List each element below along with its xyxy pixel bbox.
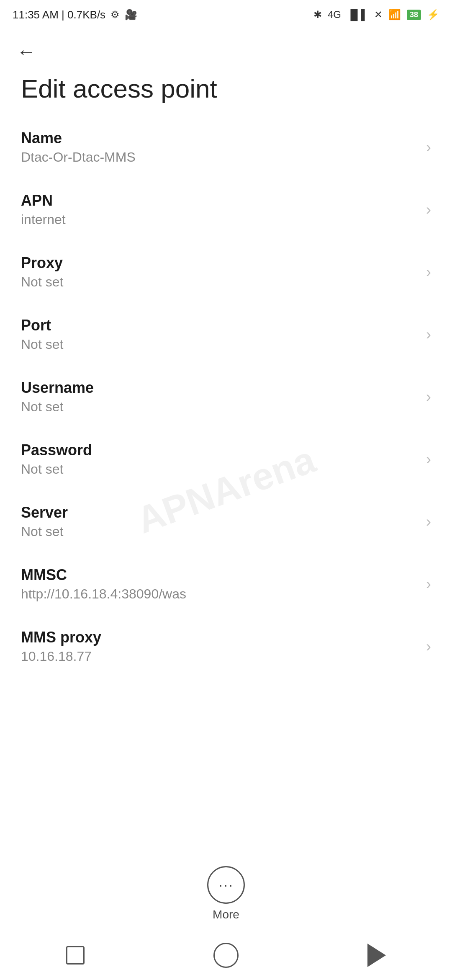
item-text: Proxy Not set <box>21 254 63 290</box>
chevron-right-icon: › <box>426 388 431 406</box>
item-label: Server <box>21 504 68 521</box>
item-value: Not set <box>21 399 94 415</box>
item-value: Not set <box>21 462 92 477</box>
signal-bars-icon: ▐▌▌ <box>347 9 368 21</box>
settings-item[interactable]: Proxy Not set › <box>0 241 452 303</box>
item-value: Not set <box>21 337 63 352</box>
item-text: Username Not set <box>21 379 94 415</box>
item-label: Proxy <box>21 254 63 272</box>
item-value: Not set <box>21 524 68 539</box>
chevron-right-icon: › <box>426 201 431 219</box>
nav-home-button[interactable] <box>205 934 247 976</box>
item-label: Port <box>21 317 63 334</box>
page-title: Edit access point <box>0 65 452 116</box>
back-row: ← <box>0 29 452 65</box>
time-text: 11:35 AM | 0.7KB/s <box>13 8 105 21</box>
settings-item[interactable]: Password Not set › <box>0 428 452 490</box>
item-text: Server Not set <box>21 504 68 539</box>
item-text: Port Not set <box>21 317 63 352</box>
home-icon <box>213 943 239 968</box>
item-label: MMS proxy <box>21 629 101 646</box>
item-label: MMSC <box>21 566 186 584</box>
more-label: More <box>213 908 239 921</box>
more-section: ··· More <box>0 866 452 921</box>
camera-status-icon: 🎥 <box>125 9 137 21</box>
settings-item[interactable]: Username Not set › <box>0 366 452 428</box>
item-label: Username <box>21 379 94 397</box>
item-label: Password <box>21 441 92 459</box>
back-icon <box>367 944 386 967</box>
item-text: MMSC http://10.16.18.4:38090/was <box>21 566 186 602</box>
bluetooth-icon: ✱ <box>313 9 322 21</box>
back-button[interactable]: ← <box>17 42 36 61</box>
settings-item[interactable]: Server Not set › <box>0 490 452 553</box>
settings-item[interactable]: Port Not set › <box>0 303 452 366</box>
status-bar: 11:35 AM | 0.7KB/s ⚙ 🎥 ✱ 4G ▐▌▌ ✕ 📶 38 ⚡ <box>0 0 452 29</box>
settings-item[interactable]: APN internet › <box>0 178 452 241</box>
recents-icon <box>66 946 85 965</box>
item-text: Password Not set <box>21 441 92 477</box>
chevron-right-icon: › <box>426 326 431 343</box>
chevron-right-icon: › <box>426 575 431 593</box>
settings-item[interactable]: Name Dtac-Or-Dtac-MMS › <box>0 116 452 178</box>
chevron-right-icon: › <box>426 513 431 531</box>
chevron-right-icon: › <box>426 139 431 156</box>
settings-list: Name Dtac-Or-Dtac-MMS › APN internet › P… <box>0 116 452 678</box>
item-text: APN internet <box>21 192 66 227</box>
nav-bar <box>0 930 452 980</box>
nav-back-button[interactable] <box>356 934 398 976</box>
status-time: 11:35 AM | 0.7KB/s ⚙ 🎥 <box>13 8 137 21</box>
chevron-right-icon: › <box>426 263 431 281</box>
item-text: MMS proxy 10.16.18.77 <box>21 629 101 664</box>
item-value: 10.16.18.77 <box>21 649 101 664</box>
status-right-icons: ✱ 4G ▐▌▌ ✕ 📶 38 ⚡ <box>313 9 439 21</box>
more-button[interactable]: ··· More <box>207 866 245 921</box>
item-value: Not set <box>21 274 63 290</box>
nav-recents-button[interactable] <box>54 934 96 976</box>
wifi-icon: 📶 <box>388 9 401 21</box>
signal-x-icon: ✕ <box>374 9 383 21</box>
item-value: http://10.16.18.4:38090/was <box>21 586 186 602</box>
signal-4g-icon: 4G <box>328 9 341 21</box>
battery-bolt-icon: ⚡ <box>427 9 439 21</box>
item-label: APN <box>21 192 66 209</box>
battery-badge: 38 <box>407 10 421 20</box>
item-text: Name Dtac-Or-Dtac-MMS <box>21 129 136 165</box>
item-label: Name <box>21 129 136 147</box>
settings-status-icon: ⚙ <box>110 9 120 21</box>
item-value: Dtac-Or-Dtac-MMS <box>21 150 136 165</box>
item-value: internet <box>21 212 66 227</box>
more-dots: ··· <box>218 876 234 894</box>
chevron-right-icon: › <box>426 451 431 468</box>
more-circle-icon: ··· <box>207 866 245 904</box>
settings-item[interactable]: MMS proxy 10.16.18.77 › <box>0 615 452 678</box>
settings-item[interactable]: MMSC http://10.16.18.4:38090/was › <box>0 553 452 615</box>
chevron-right-icon: › <box>426 638 431 655</box>
